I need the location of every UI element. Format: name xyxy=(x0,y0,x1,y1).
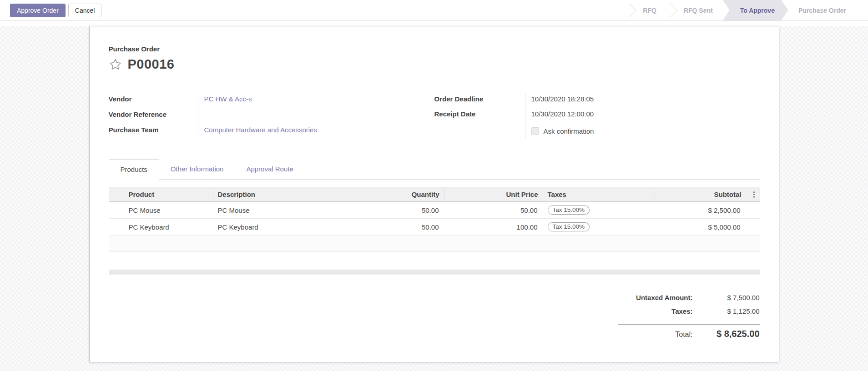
field-groups: Vendor PC HW & Acc-s Vendor Reference Pu… xyxy=(109,93,760,139)
taxes-cell: Tax 15.00% xyxy=(543,206,655,215)
purchase-team-label: Purchase Team xyxy=(109,124,198,139)
table-row[interactable]: PC Keyboard PC Keyboard 50.00 100.00 Tax… xyxy=(109,219,760,236)
total-value: $ 8,625.00 xyxy=(699,329,760,339)
ask-confirmation-label: Ask confirmation xyxy=(544,127,594,135)
statusbar-chevron-icon xyxy=(666,0,674,20)
empty-label-cell xyxy=(434,123,525,139)
totals-divider xyxy=(618,324,760,325)
statusbar-step-to-approve[interactable]: To Approve xyxy=(723,0,788,20)
unit-price-cell: 100.00 xyxy=(444,223,543,231)
ask-confirmation-checkbox[interactable] xyxy=(531,127,539,135)
vendor-reference-field[interactable] xyxy=(198,108,423,124)
quantity-cell: 50.00 xyxy=(345,223,444,231)
taxes-value: $ 1,125.00 xyxy=(699,307,760,315)
subtotal-cell: $ 2,500.00 xyxy=(655,206,746,214)
tab-other-information[interactable]: Other Information xyxy=(159,159,235,179)
statusbar: RFQ RFQ Sent To Approve Purchase Order xyxy=(626,0,856,20)
product-cell: PC Keyboard xyxy=(124,223,213,231)
total-label: Total: xyxy=(618,331,699,339)
field-group-right: Order Deadline 10/30/2020 18:28:05 Recei… xyxy=(434,93,760,139)
document-type-label: Purchase Order xyxy=(109,45,760,53)
approve-order-button[interactable]: Approve Order xyxy=(10,4,66,17)
receipt-date-label: Receipt Date xyxy=(434,108,525,123)
product-column-header: Product xyxy=(124,187,213,201)
order-deadline-label: Order Deadline xyxy=(434,93,525,108)
totals-block: Untaxed Amount: $ 7,500.00 Taxes: $ 1,12… xyxy=(618,294,760,342)
statusbar-step-rfq[interactable]: RFQ xyxy=(633,0,666,20)
untaxed-amount-label: Untaxed Amount: xyxy=(618,294,699,301)
statusbar-step-rfq-sent[interactable]: RFQ Sent xyxy=(674,0,723,20)
taxes-column-header: Taxes xyxy=(543,187,655,201)
order-deadline-value[interactable]: 10/30/2020 18:28:05 xyxy=(525,93,760,108)
unit-price-cell: 50.00 xyxy=(444,206,543,214)
quantity-cell: 50.00 xyxy=(345,206,444,214)
vendor-value[interactable]: PC HW & Acc-s xyxy=(198,93,423,108)
title-row: P00016 xyxy=(109,57,760,72)
statusbar-step-purchase-order[interactable]: Purchase Order xyxy=(788,0,856,20)
purchase-team-value[interactable]: Computer Hardware and Accessories xyxy=(198,124,423,139)
purchase-order-sheet: Purchase Order P00016 Vendor PC HW & Acc… xyxy=(89,26,779,362)
star-icon[interactable] xyxy=(109,58,122,71)
page-title: P00016 xyxy=(128,57,175,72)
unit-price-column-header: Unit Price xyxy=(444,187,543,201)
kebab-icon[interactable]: ⋮ xyxy=(751,191,755,198)
table-row[interactable]: PC Mouse PC Mouse 50.00 50.00 Tax 15.00%… xyxy=(109,202,760,219)
subtotal-cell: $ 5,000.00 xyxy=(655,223,746,231)
top-control-bar: Approve Order Cancel RFQ RFQ Sent To App… xyxy=(0,0,868,21)
untaxed-amount-value: $ 7,500.00 xyxy=(699,294,760,301)
horizontal-scrollbar[interactable] xyxy=(109,270,760,275)
product-cell: PC Mouse xyxy=(124,206,213,214)
quantity-column-header: Quantity xyxy=(345,187,444,201)
taxes-label: Taxes: xyxy=(618,307,699,315)
field-group-left: Vendor PC HW & Acc-s Vendor Reference Pu… xyxy=(109,93,423,139)
vendor-label: Vendor xyxy=(109,93,198,108)
empty-table-row xyxy=(109,236,760,252)
description-cell: PC Mouse xyxy=(213,206,345,214)
ask-confirmation-row: Ask confirmation xyxy=(525,123,760,139)
form-view-background: Purchase Order P00016 Vendor PC HW & Acc… xyxy=(0,26,868,371)
notebook-tabs: Products Other Information Approval Rout… xyxy=(109,159,760,180)
vendor-reference-label: Vendor Reference xyxy=(109,108,198,124)
tax-badge: Tax 15.00% xyxy=(548,206,590,215)
total-row: Total: $ 8,625.00 xyxy=(618,329,760,342)
taxes-cell: Tax 15.00% xyxy=(543,222,655,231)
table-header-row: Product Description Quantity Unit Price … xyxy=(109,187,760,202)
tab-approval-route[interactable]: Approval Route xyxy=(235,159,304,179)
untaxed-amount-row: Untaxed Amount: $ 7,500.00 xyxy=(618,294,760,307)
statusbar-chevron-icon xyxy=(626,0,633,20)
handle-column-header xyxy=(109,187,124,201)
subtotal-column-header: Subtotal xyxy=(655,187,746,201)
tax-badge: Tax 15.00% xyxy=(548,222,590,231)
order-lines-table: Product Description Quantity Unit Price … xyxy=(109,187,760,252)
receipt-date-value[interactable]: 10/30/2020 12:00:00 xyxy=(525,108,760,123)
tab-products[interactable]: Products xyxy=(109,159,159,180)
description-cell: PC Keyboard xyxy=(213,223,345,231)
taxes-row: Taxes: $ 1,125.00 xyxy=(618,307,760,321)
description-column-header: Description xyxy=(213,187,345,201)
cancel-button[interactable]: Cancel xyxy=(68,4,102,17)
